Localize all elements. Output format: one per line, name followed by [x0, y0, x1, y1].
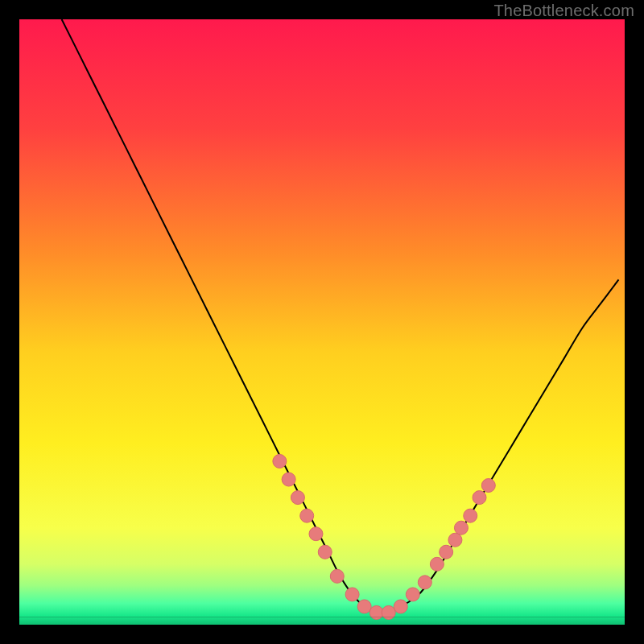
curve-marker — [464, 509, 477, 522]
curve-marker — [309, 527, 323, 541]
curve-marker — [430, 557, 444, 571]
curve-marker — [406, 588, 419, 601]
curve-marker — [273, 454, 287, 468]
curve-marker — [318, 545, 332, 559]
chart-frame: TheBottleneck.com — [0, 0, 644, 644]
curve-marker — [394, 600, 407, 613]
curve-marker — [291, 491, 304, 505]
curve-marker — [473, 491, 486, 505]
curve-marker — [418, 576, 431, 589]
curve-marker — [481, 479, 495, 493]
curve-marker — [345, 588, 359, 601]
bottleneck-chart — [19, 19, 625, 625]
curve-marker — [440, 545, 453, 559]
curve-marker — [300, 509, 314, 522]
curve-marker — [282, 473, 295, 486]
curve-marker — [448, 533, 462, 547]
attribution-text: TheBottleneck.com — [493, 2, 634, 20]
curve-marker — [330, 569, 344, 583]
gradient-band-line — [19, 617, 625, 617]
curve-marker — [357, 600, 371, 613]
curve-marker — [454, 521, 468, 535]
plot-area — [19, 19, 625, 625]
